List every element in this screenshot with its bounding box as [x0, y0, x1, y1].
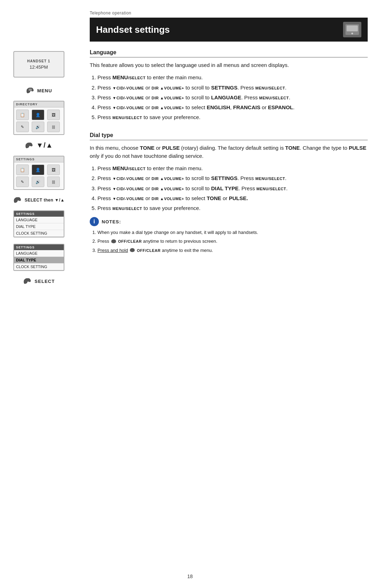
svg-rect-0 [28, 89, 32, 89]
settings-menu-item-dialtype-2: DIAL TYPE [14, 257, 64, 264]
icon-bars: ||| [47, 122, 60, 132]
s-icon-5: 🔊 [32, 177, 44, 187]
note-3: Press and hold OFF/CLEAR anytime to exit… [97, 247, 368, 254]
dial-step-5: Press MENU/SELECT to save your preferenc… [97, 204, 368, 212]
sidebar: HANDSET 1 12:45PM MENU DIRECTORY 📋 👤 🖼 ✎… [0, 0, 77, 588]
dial-step-2: Press ▼CID/-VOLUME or DIR ▲VOLUME+ to sc… [97, 174, 368, 182]
dial-type-section: Dial type In this menu, choose TONE or P… [90, 132, 368, 254]
settings-screen-1: SETTINGS 📋 👤 🖼 ✎ 🔊 ||| [13, 156, 64, 190]
notes-header: i NOTES: [90, 217, 368, 226]
directory-screen: DIRECTORY 📋 👤 🖼 ✎ 🔊 ||| [13, 101, 64, 135]
arrows-label: ▼/▲ [36, 141, 53, 149]
dial-step-4: Press ▼CID/-VOLUME or DIR ▲VOLUME+ to se… [97, 194, 368, 202]
handset-icon-4 [23, 277, 32, 285]
note-1: When you make a dial type change on any … [97, 229, 368, 236]
language-steps: Press MENU/SELECT to enter the main menu… [90, 73, 368, 121]
s-icon-1: 📋 [16, 165, 29, 175]
handset-label: HANDSET 1 [27, 59, 50, 63]
title-bar: Handset settings [90, 18, 368, 42]
icon-person: 👤 [32, 110, 44, 120]
dial-type-heading: Dial type [90, 132, 368, 140]
settings-menu-box-1: SETTINGS LANGUAGE DIAL TYPE CLOCK SETTIN… [13, 210, 64, 237]
icon-edit: ✎ [16, 122, 29, 132]
settings-menu-item-language-2: LANGUAGE [14, 250, 64, 257]
title-bar-icon [343, 22, 361, 37]
s-icon-4: ✎ [16, 177, 29, 187]
language-section: Language This feature allows you to sele… [90, 49, 368, 122]
title-phone-icon [345, 23, 360, 36]
settings-menu-item-clock-1: CLOCK SETTING [14, 230, 64, 237]
settings-menu-item-language-1: LANGUAGE [14, 217, 64, 223]
select-group: SELECT [23, 277, 55, 285]
menu-label-text: MENU [37, 88, 52, 93]
language-heading: Language [90, 49, 368, 57]
main-content: Telephone operation Handset settings Lan… [77, 0, 380, 270]
icon-photo: 🖼 [47, 110, 60, 120]
lang-step-5: Press MENU/SELECT to save your preferenc… [97, 113, 368, 121]
dial-step-1: Press MENU/SELECT to enter the main menu… [97, 164, 368, 172]
handset-icon-2 [24, 142, 34, 149]
arrows-group: ▼/▲ [24, 141, 53, 149]
lang-step-3: Press ▼CID/-VOLUME or DIR ▲VOLUME+ to sc… [97, 93, 368, 101]
off-icon-1 [110, 239, 117, 244]
dial-type-steps: Press MENU/SELECT to enter the main menu… [90, 164, 368, 212]
dial-step-3: Press ▼CID/-VOLUME or DIR ▲VOLUME+ to sc… [97, 184, 368, 192]
lang-step-1: Press MENU/SELECT to enter the main menu… [97, 73, 368, 81]
page-title: Handset settings [96, 24, 170, 35]
svg-point-4 [351, 32, 353, 34]
settings-header-1: SETTINGS [14, 156, 64, 162]
settings-menu-item-dialtype-1: DIAL TYPE [14, 223, 64, 230]
s-icon-6: ||| [47, 177, 60, 187]
notes-section: i NOTES: When you make a dial type chang… [90, 217, 368, 254]
settings-menu-header-2: SETTINGS [14, 245, 64, 250]
s-icon-3: 🖼 [47, 165, 60, 175]
note-2: Press OFF/CLEAR anytime to return to pre… [97, 238, 368, 245]
svg-rect-3 [347, 25, 358, 31]
language-body: This feature allows you to select the la… [90, 61, 368, 69]
select-label: SELECT [34, 279, 55, 284]
select-then-label: SELECT then ▼/▲ [25, 198, 65, 203]
menu-label-group: MENU [25, 87, 52, 94]
handset-icon-3 [13, 196, 23, 204]
svg-rect-1 [28, 90, 32, 91]
info-icon: i [90, 217, 99, 226]
select-then-group: SELECT then ▼/▲ [13, 196, 65, 204]
settings-menu-item-clock-2: CLOCK SETTING [14, 264, 64, 270]
menu-handset-icon [25, 87, 35, 94]
section-label: Telephone operation [90, 11, 368, 16]
notes-list: When you make a dial type change on any … [90, 229, 368, 254]
settings-menu-box-2: SETTINGS LANGUAGE DIAL TYPE CLOCK SETTIN… [13, 244, 64, 271]
notes-label: NOTES: [102, 219, 121, 224]
dial-type-body: In this menu, choose TONE or PULSE (rota… [90, 144, 368, 160]
handset-display: HANDSET 1 12:45PM [13, 51, 64, 78]
off-icon-2 [129, 248, 135, 253]
handset-time: 12:45PM [30, 64, 48, 70]
page-number: 18 [187, 574, 193, 579]
icon-speaker: 🔊 [32, 122, 44, 132]
directory-icons: 📋 👤 🖼 ✎ 🔊 ||| [14, 107, 64, 134]
icon-contacts: 📋 [16, 110, 29, 120]
lang-step-2: Press ▼CID/-VOLUME or DIR ▲VOLUME+ to sc… [97, 83, 368, 92]
settings-icons-1: 📋 👤 🖼 ✎ 🔊 ||| [14, 162, 64, 189]
settings-menu-header-1: SETTINGS [14, 211, 64, 217]
lang-step-4: Press ▼CID/-VOLUME or DIR ▲VOLUME+ to se… [97, 103, 368, 111]
s-icon-2: 👤 [32, 165, 44, 175]
directory-header: DIRECTORY [14, 101, 64, 107]
